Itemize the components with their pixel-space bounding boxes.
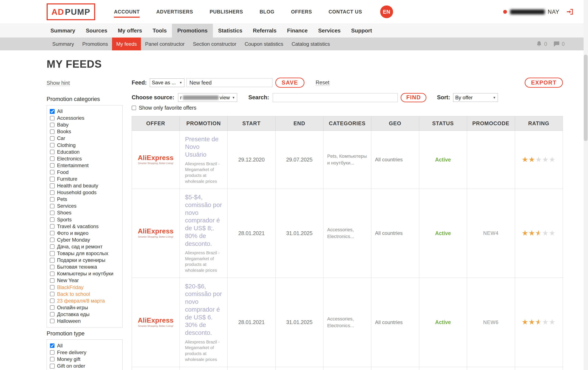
category-item[interactable]: Household goods bbox=[50, 189, 119, 196]
category-checkbox[interactable] bbox=[50, 109, 55, 114]
category-checkbox[interactable] bbox=[50, 251, 55, 256]
reset-link[interactable]: Reset bbox=[316, 80, 329, 86]
messages-counter[interactable]: 0 bbox=[553, 41, 565, 47]
category-checkbox[interactable] bbox=[50, 177, 55, 182]
category-item[interactable]: Food bbox=[50, 169, 119, 176]
logout-icon[interactable] bbox=[566, 8, 574, 16]
type-item[interactable]: Gift on order bbox=[50, 363, 119, 369]
type-checkbox[interactable] bbox=[50, 357, 55, 362]
category-item[interactable]: Cyber Monday bbox=[50, 236, 119, 243]
type-item[interactable]: Money gift bbox=[50, 356, 119, 363]
category-checkbox[interactable] bbox=[50, 129, 55, 134]
category-checkbox[interactable] bbox=[50, 197, 55, 202]
type-checkbox[interactable] bbox=[50, 343, 55, 348]
feed-name-input[interactable] bbox=[187, 78, 272, 87]
scrollbar-thumb[interactable] bbox=[584, 55, 588, 141]
category-checkbox[interactable] bbox=[50, 319, 55, 324]
category-item[interactable]: BlackFriday bbox=[50, 284, 119, 291]
main-nav-referrals[interactable]: Referrals bbox=[248, 24, 282, 38]
feed-save-as-select[interactable]: Save as ... ▼ bbox=[150, 78, 184, 87]
main-nav-statistics[interactable]: Statistics bbox=[213, 24, 248, 38]
category-checkbox[interactable] bbox=[50, 143, 55, 148]
category-checkbox[interactable] bbox=[50, 265, 55, 270]
category-checkbox[interactable] bbox=[50, 305, 55, 310]
aliexpress-logo[interactable]: AliExpressSmarter Shopping, Better Livin… bbox=[138, 154, 173, 165]
category-item[interactable]: Бытовая техника bbox=[50, 264, 119, 270]
favorites-checkbox[interactable] bbox=[132, 105, 136, 110]
aliexpress-logo[interactable]: AliExpressSmarter Shopping, Better Livin… bbox=[138, 227, 173, 238]
top-nav-contact-us[interactable]: CONTACT US bbox=[328, 7, 362, 17]
category-checkbox[interactable] bbox=[50, 116, 55, 121]
category-item[interactable]: Pets bbox=[50, 196, 119, 203]
top-nav-account[interactable]: ACCOUNT bbox=[114, 7, 140, 17]
category-item[interactable]: Entertainment bbox=[50, 162, 119, 169]
category-checkbox[interactable] bbox=[50, 278, 55, 283]
show-hint-link[interactable]: Show hint bbox=[47, 80, 70, 86]
promotion-title-link[interactable]: $20-$6, comissão por novo comprador é de… bbox=[185, 283, 222, 337]
language-button[interactable]: EN bbox=[380, 5, 393, 18]
category-item[interactable]: 23 февраля/8 марта bbox=[50, 298, 119, 304]
category-checkbox[interactable] bbox=[50, 224, 55, 229]
notifications-counter[interactable]: 0 bbox=[536, 41, 547, 47]
top-nav-blog[interactable]: BLOG bbox=[260, 7, 274, 17]
category-checkbox[interactable] bbox=[50, 184, 55, 188]
category-checkbox[interactable] bbox=[50, 238, 55, 242]
sub-nav-promotions[interactable]: Promotions bbox=[78, 38, 112, 50]
top-nav-advertisers[interactable]: ADVERTISERS bbox=[156, 7, 193, 17]
category-item[interactable]: Компьютеры и ноутбуки bbox=[50, 270, 119, 277]
save-button[interactable]: SAVE bbox=[275, 78, 304, 88]
category-item[interactable]: Education bbox=[50, 149, 119, 155]
category-checkbox[interactable] bbox=[50, 272, 55, 276]
category-item[interactable]: Baby bbox=[50, 122, 119, 128]
main-nav-sources[interactable]: Sources bbox=[81, 24, 113, 38]
category-checkbox[interactable] bbox=[50, 258, 55, 263]
sub-nav-panel-constructor[interactable]: Panel constructor bbox=[141, 38, 189, 50]
main-nav-services[interactable]: Services bbox=[313, 24, 346, 38]
promotion-title-link[interactable]: $5-$4, comissão por novo comprador é de … bbox=[185, 193, 222, 247]
top-nav-publishers[interactable]: PUBLISHERS bbox=[210, 7, 243, 17]
sub-nav-summary[interactable]: Summary bbox=[48, 38, 78, 50]
main-nav-promotions[interactable]: Promotions bbox=[172, 24, 213, 38]
category-item[interactable]: Подарки и сувениры bbox=[50, 257, 119, 264]
category-item[interactable]: Онлайн-игры bbox=[50, 304, 119, 311]
category-item[interactable]: Books bbox=[50, 128, 119, 135]
category-checkbox[interactable] bbox=[50, 170, 55, 175]
sub-nav-catalog-statistics[interactable]: Catalog statistics bbox=[287, 38, 334, 50]
export-button[interactable]: EXPORT bbox=[525, 78, 563, 88]
favorites-filter[interactable]: Show only favorite offers bbox=[132, 105, 563, 111]
category-checkbox[interactable] bbox=[50, 217, 55, 222]
category-checkbox[interactable] bbox=[50, 163, 55, 168]
category-checkbox[interactable] bbox=[50, 231, 55, 236]
category-checkbox[interactable] bbox=[50, 204, 55, 209]
type-checkbox[interactable] bbox=[50, 350, 55, 355]
main-nav-my-offers[interactable]: My offers bbox=[113, 24, 147, 38]
category-item[interactable]: Sports bbox=[50, 216, 119, 223]
main-nav-finance[interactable]: Finance bbox=[282, 24, 313, 38]
category-item[interactable]: Accessories bbox=[50, 115, 119, 122]
category-checkbox[interactable] bbox=[50, 285, 55, 290]
category-item[interactable]: Services bbox=[50, 203, 119, 209]
search-input[interactable] bbox=[273, 93, 398, 102]
type-item[interactable]: Free delivery bbox=[50, 349, 119, 356]
aliexpress-logo[interactable]: AliExpressSmarter Shopping, Better Livin… bbox=[138, 317, 173, 327]
category-checkbox[interactable] bbox=[50, 298, 55, 303]
category-item[interactable]: Дача, сад и ремонт bbox=[50, 243, 119, 250]
category-checkbox[interactable] bbox=[50, 156, 55, 161]
main-nav-summary[interactable]: Summary bbox=[45, 24, 81, 38]
category-item[interactable]: All bbox=[50, 108, 119, 115]
type-item[interactable]: All bbox=[50, 342, 119, 349]
category-item[interactable]: Товары для взрослых bbox=[50, 250, 119, 257]
category-checkbox[interactable] bbox=[50, 123, 55, 128]
category-checkbox[interactable] bbox=[50, 292, 55, 297]
category-item[interactable]: Car bbox=[50, 135, 119, 142]
category-checkbox[interactable] bbox=[50, 244, 55, 249]
category-checkbox[interactable] bbox=[50, 136, 55, 141]
sub-nav-coupon-statistics[interactable]: Coupon statistics bbox=[241, 38, 287, 50]
category-item[interactable]: Фото и видео bbox=[50, 230, 119, 236]
category-item[interactable]: Доставка еды bbox=[50, 311, 119, 318]
category-checkbox[interactable] bbox=[50, 211, 55, 216]
category-checkbox[interactable] bbox=[50, 150, 55, 154]
main-nav-support[interactable]: Support bbox=[346, 24, 377, 38]
sort-select[interactable]: By offer ▼ bbox=[453, 93, 498, 102]
category-item[interactable]: Furniture bbox=[50, 176, 119, 182]
